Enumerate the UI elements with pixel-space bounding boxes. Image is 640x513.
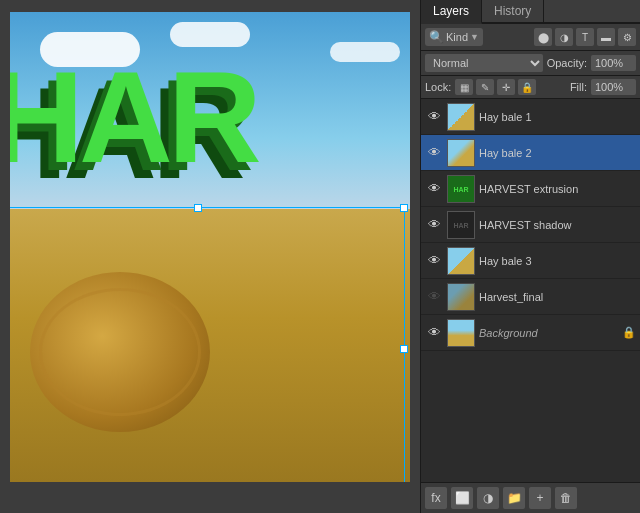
lock-transparency-icon[interactable]: ▦ xyxy=(455,79,473,95)
main-area: HAR Layers History xyxy=(0,0,640,513)
layer-item-hay-bale-2[interactable]: 👁 Hay bale 2 xyxy=(421,135,640,171)
filter-adjust-icon[interactable]: ◑ xyxy=(555,28,573,46)
blend-row: Normal Opacity: xyxy=(421,51,640,76)
layer-name-4: HARVEST shadow xyxy=(479,219,636,231)
layer-item-hay-bale-1[interactable]: 👁 Hay bale 1 xyxy=(421,99,640,135)
eye-icon-7: 👁 xyxy=(428,325,441,340)
layer-visibility-4[interactable]: 👁 xyxy=(425,216,443,234)
delete-layer-button[interactable]: 🗑 xyxy=(555,487,577,509)
eye-icon-1: 👁 xyxy=(428,109,441,124)
opacity-input[interactable] xyxy=(591,55,636,71)
handle-middle-right[interactable] xyxy=(400,345,408,353)
layer-name-2: Hay bale 2 xyxy=(479,147,636,159)
eye-icon-5: 👁 xyxy=(428,253,441,268)
group-button[interactable]: 📁 xyxy=(503,487,525,509)
layer-name-6: Harvest_final xyxy=(479,291,636,303)
lock-label: Lock: xyxy=(425,81,451,93)
filter-pixel-icon[interactable]: ⬤ xyxy=(534,28,552,46)
lock-icons: ▦ ✎ ✛ 🔒 xyxy=(455,79,536,95)
filter-icons: ⬤ ◑ T ▬ ⚙ xyxy=(534,28,636,46)
fx-button[interactable]: fx xyxy=(425,487,447,509)
panels-area: Layers History 🔍 Kind ▼ ⬤ ◑ T ▬ ⚙ Normal xyxy=(420,0,640,513)
canvas-image[interactable]: HAR xyxy=(10,12,410,482)
layer-visibility-1[interactable]: 👁 xyxy=(425,108,443,126)
panel-footer: fx ⬜ ◑ 📁 + 🗑 xyxy=(421,482,640,513)
har-text: HAR xyxy=(10,42,257,192)
opacity-label: Opacity: xyxy=(547,57,587,69)
eye-icon-6: 👁 xyxy=(428,289,441,304)
layer-name-5: Hay bale 3 xyxy=(479,255,636,267)
kind-dropdown-arrow: ▼ xyxy=(470,32,479,42)
adjustment-button[interactable]: ◑ xyxy=(477,487,499,509)
layer-name-1: Hay bale 1 xyxy=(479,111,636,123)
layer-item-harvest-extrusion[interactable]: 👁 HAR HARVEST extrusion xyxy=(421,171,640,207)
lock-pixels-icon[interactable]: ✎ xyxy=(476,79,494,95)
lock-row: Lock: ▦ ✎ ✛ 🔒 Fill: xyxy=(421,76,640,99)
search-icon: 🔍 xyxy=(429,30,444,44)
layer-item-background[interactable]: 👁 Background 🔒 xyxy=(421,315,640,351)
cloud-3 xyxy=(330,42,400,62)
layer-name-7: Background xyxy=(479,327,618,339)
filter-text-icon[interactable]: T xyxy=(576,28,594,46)
filter-shape-icon[interactable]: ▬ xyxy=(597,28,615,46)
layer-thumb-6 xyxy=(447,283,475,311)
tab-layers[interactable]: Layers xyxy=(421,0,482,24)
fill-input[interactable] xyxy=(591,79,636,95)
layer-thumb-2 xyxy=(447,139,475,167)
layer-visibility-7[interactable]: 👁 xyxy=(425,324,443,342)
handle-top-center[interactable] xyxy=(194,204,202,212)
eye-icon-2: 👁 xyxy=(428,145,441,160)
blend-mode-select[interactable]: Normal xyxy=(425,54,543,72)
layer-item-hay-bale-3[interactable]: 👁 Hay bale 3 xyxy=(421,243,640,279)
layer-thumb-4: HAR xyxy=(447,211,475,239)
layer-item-harvest-final[interactable]: 👁 Harvest_final xyxy=(421,279,640,315)
layer-visibility-3[interactable]: 👁 xyxy=(425,180,443,198)
layer-thumb-7 xyxy=(447,319,475,347)
filter-row: 🔍 Kind ▼ ⬤ ◑ T ▬ ⚙ xyxy=(421,24,640,51)
layer-visibility-5[interactable]: 👁 xyxy=(425,252,443,270)
tab-history[interactable]: History xyxy=(482,0,544,22)
canvas-area: HAR xyxy=(0,0,420,513)
eye-icon-4: 👁 xyxy=(428,217,441,232)
layers-list: 👁 Hay bale 1 👁 Hay bale 2 👁 HAR xyxy=(421,99,640,482)
eye-icon-3: 👁 xyxy=(428,181,441,196)
mask-button[interactable]: ⬜ xyxy=(451,487,473,509)
layer-thumb-1 xyxy=(447,103,475,131)
selection-box xyxy=(10,207,405,482)
kind-label: Kind xyxy=(446,31,468,43)
layer-item-harvest-shadow[interactable]: 👁 HAR HARVEST shadow xyxy=(421,207,640,243)
canvas-wrapper: HAR xyxy=(10,12,410,502)
fill-label: Fill: xyxy=(570,81,587,93)
panel-tabs: Layers History xyxy=(421,0,640,24)
layer-name-3: HARVEST extrusion xyxy=(479,183,636,195)
filter-smart-icon[interactable]: ⚙ xyxy=(618,28,636,46)
layer-thumb-3: HAR xyxy=(447,175,475,203)
handle-top-right[interactable] xyxy=(400,204,408,212)
lock-all-icon[interactable]: 🔒 xyxy=(518,79,536,95)
layer-lock-icon: 🔒 xyxy=(622,326,636,339)
layer-visibility-2[interactable]: 👁 xyxy=(425,144,443,162)
layer-thumb-5 xyxy=(447,247,475,275)
kind-filter[interactable]: 🔍 Kind ▼ xyxy=(425,28,483,46)
new-layer-button[interactable]: + xyxy=(529,487,551,509)
lock-position-icon[interactable]: ✛ xyxy=(497,79,515,95)
layer-visibility-6[interactable]: 👁 xyxy=(425,288,443,306)
